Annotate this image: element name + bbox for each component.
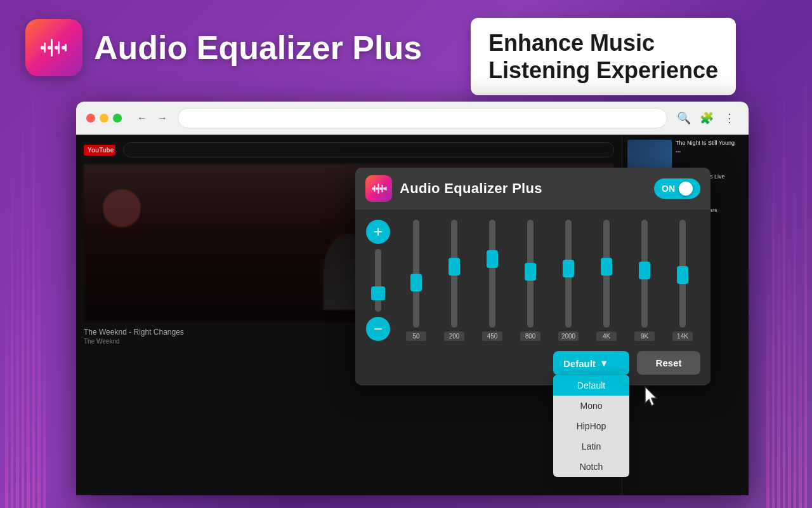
svg-rect-9 — [374, 185, 376, 192]
svg-rect-11 — [378, 184, 379, 194]
slider-track-50 — [413, 220, 419, 328]
sidebar-title-1: The Night Is Still Young — [676, 140, 743, 147]
slider-450hz: 450 — [475, 220, 510, 341]
slider-2000hz: 2000 — [551, 220, 586, 341]
deco-bars-right — [761, 0, 812, 508]
close-button[interactable] — [86, 114, 95, 123]
slider-track-9k — [641, 220, 648, 328]
slider-thumb-9k[interactable] — [639, 262, 650, 279]
yt-header: YouTube — [84, 142, 614, 157]
main-fader-track — [375, 249, 381, 312]
url-bar[interactable] — [178, 108, 667, 128]
eq-toggle-label: ON — [662, 184, 675, 194]
slider-track-2000 — [565, 220, 572, 328]
preset-button[interactable]: Default ▾ — [553, 351, 629, 375]
svg-rect-15 — [386, 187, 387, 190]
slider-label-9k: 9K — [634, 331, 655, 341]
svg-rect-5 — [58, 41, 60, 54]
slider-800hz: 800 — [513, 220, 548, 341]
slider-label-800: 800 — [520, 331, 540, 341]
preset-label: Default — [563, 358, 596, 369]
eq-header: Audio Equalizer Plus ON — [355, 168, 710, 210]
slider-thumb-200[interactable] — [449, 258, 460, 276]
slider-thumb-2000[interactable] — [563, 260, 574, 277]
preset-option-notch[interactable]: Notch — [553, 457, 629, 477]
slider-label-2000: 2000 — [558, 331, 579, 341]
preset-dropdown[interactable]: Default Mono HipHop Latin Notch — [553, 375, 629, 477]
preset-option-latin[interactable]: Latin — [553, 436, 629, 457]
svg-rect-3 — [51, 39, 53, 57]
preset-option-hiphop[interactable]: HipHop — [553, 416, 629, 436]
slider-9khz: 9K — [627, 220, 662, 341]
slider-50hz: 50 — [398, 220, 434, 341]
slider-thumb-50[interactable] — [410, 274, 422, 291]
volume-down-button[interactable]: − — [366, 317, 390, 341]
yt-search-bar[interactable] — [123, 142, 614, 157]
volume-fader: + − — [365, 220, 391, 341]
traffic-lights — [86, 114, 122, 123]
preset-container: Default ▾ Default Mono HipHop Latin Notc… — [553, 351, 629, 375]
preset-chevron-icon: ▾ — [601, 358, 606, 369]
svg-rect-7 — [65, 44, 67, 51]
slider-label-4k: 4K — [596, 331, 617, 341]
eq-title: Audio Equalizer Plus — [400, 180, 646, 197]
extensions-icon[interactable]: 🧩 — [698, 109, 716, 127]
svg-point-14 — [383, 187, 386, 190]
preset-option-default[interactable]: Default — [553, 375, 629, 396]
svg-point-12 — [379, 187, 382, 190]
forward-button[interactable]: → — [155, 110, 170, 126]
slider-14khz: 14K — [665, 220, 700, 341]
menu-icon[interactable]: ⋮ — [721, 109, 738, 127]
search-icon[interactable]: 🔍 — [675, 109, 693, 127]
svg-point-10 — [376, 187, 378, 190]
slider-thumb-14k[interactable] — [677, 266, 688, 284]
preset-option-mono[interactable]: Mono — [553, 396, 629, 416]
reset-button[interactable]: Reset — [637, 351, 700, 375]
enhance-text: Enhance Music Listening Experience — [488, 29, 718, 84]
app-title: Audio Equalizer Plus — [94, 29, 422, 67]
slider-label-50: 50 — [406, 331, 426, 341]
svg-rect-1 — [44, 43, 46, 53]
slider-200hz: 200 — [436, 220, 472, 341]
eq-toggle-knob — [679, 182, 693, 196]
youtube-logo: YouTube — [84, 145, 115, 156]
back-button[interactable]: ← — [134, 110, 150, 126]
browser-content: YouTube The Weeknd - Right Changes The W… — [76, 135, 749, 495]
eq-sliders: 50 200 450 — [398, 220, 700, 341]
nav-arrows: ← → — [134, 110, 170, 126]
minimize-button[interactable] — [100, 114, 108, 123]
slider-track-14k — [679, 220, 686, 328]
svg-point-8 — [372, 187, 374, 190]
slider-track-4k — [603, 220, 610, 328]
slider-label-200: 200 — [444, 331, 464, 341]
slider-thumb-450[interactable] — [487, 250, 498, 268]
sidebar-meta-1: ••• — [676, 149, 743, 154]
eq-logo-icon — [365, 175, 392, 202]
volume-up-button[interactable]: + — [366, 220, 390, 244]
main-fader-thumb[interactable] — [371, 286, 385, 300]
slider-label-14k: 14K — [672, 331, 693, 341]
browser-chrome: ← → 🔍 🧩 ⋮ — [76, 102, 749, 135]
eq-panel: Audio Equalizer Plus ON + − — [355, 168, 710, 385]
svg-rect-13 — [382, 185, 383, 192]
maximize-button[interactable] — [113, 114, 122, 123]
video-title: The Weeknd - Right Changes — [84, 328, 184, 337]
video-channel: The Weeknd — [84, 338, 184, 345]
slider-label-450: 450 — [482, 331, 502, 341]
eq-toggle-button[interactable]: ON — [654, 178, 700, 199]
browser-window: ← → 🔍 🧩 ⋮ YouTube — [76, 102, 749, 495]
list-item[interactable]: The Night Is Still Young ••• — [627, 140, 743, 168]
slider-thumb-4k[interactable] — [601, 258, 612, 276]
slider-thumb-800[interactable] — [525, 263, 536, 281]
slider-track-200 — [451, 220, 457, 328]
slider-track-450 — [489, 220, 495, 328]
slider-track-800 — [527, 220, 534, 328]
app-logo-icon — [25, 19, 82, 76]
eq-bottom: Default ▾ Default Mono HipHop Latin Notc… — [355, 351, 710, 385]
slider-4khz: 4K — [589, 220, 624, 341]
app-header: Audio Equalizer Plus — [25, 19, 422, 76]
eq-body: + − 50 — [355, 210, 710, 351]
enhance-box: Enhance Music Listening Experience — [471, 18, 736, 95]
browser-actions: 🔍 🧩 ⋮ — [675, 109, 738, 127]
deco-bars-left — [0, 0, 51, 508]
